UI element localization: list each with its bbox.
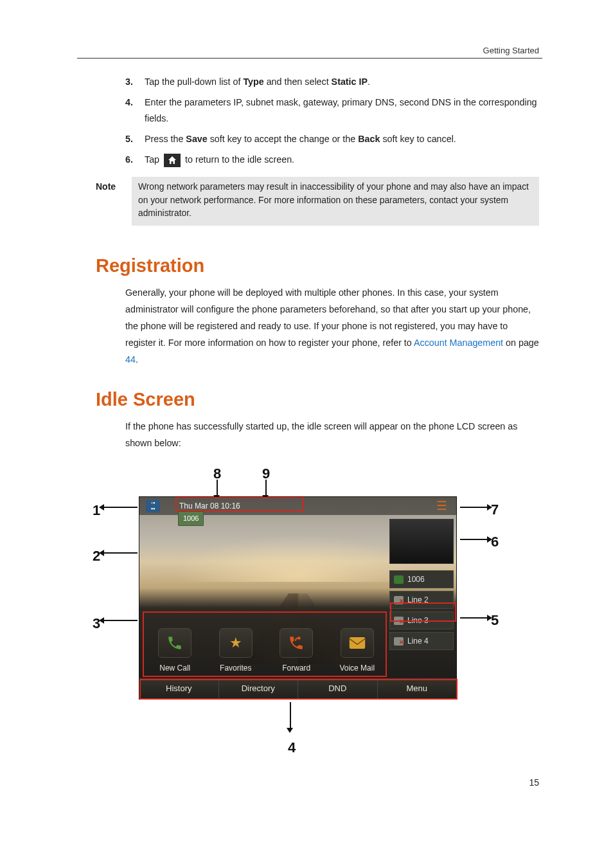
- arrow-head-left-icon: [99, 504, 104, 511]
- step-text: Tap the pull-down list of Type and then …: [145, 74, 539, 89]
- text: .: [368, 77, 370, 87]
- line-unregistered-icon: [394, 617, 404, 625]
- arrow-line: [460, 539, 487, 540]
- side-panel: 1006 Line 2 Line 3 Line 4: [389, 519, 454, 678]
- idle-screen-body: If the phone has successfully started up…: [125, 418, 539, 451]
- arrow-line: [104, 552, 138, 554]
- heading-registration: Registration: [96, 250, 204, 282]
- phone-illustration: 8 9 1 2 3 7 6 5 4 ◦▪▪▪ Thu Mar 08 10:16 …: [90, 462, 501, 757]
- step-5: 5. Press the Save soft key to accept the…: [125, 131, 539, 147]
- line-label: 1006: [407, 573, 425, 586]
- line-label: Line 4: [407, 635, 429, 647]
- keyword-type: Type: [243, 77, 263, 87]
- arrow-line: [265, 480, 267, 495]
- quick-forward[interactable]: Forward: [266, 610, 327, 674]
- text: soft key to accept the change or the: [208, 134, 358, 144]
- step-number: 6.: [125, 152, 142, 167]
- line-label: Line 3: [407, 614, 429, 627]
- arrow-line: [104, 620, 138, 621]
- side-thumbnail[interactable]: [389, 519, 454, 564]
- link-page-44[interactable]: 44: [125, 354, 136, 365]
- softkey-bar: History Directory DND Menu: [139, 678, 456, 699]
- line-unregistered-icon: [394, 637, 404, 646]
- note-text: Wrong network parameters may result in i…: [132, 177, 539, 226]
- step-text: Tap to return to the idle screen.: [145, 152, 539, 167]
- step-number: 3.: [125, 74, 142, 89]
- forward-icon: [280, 628, 313, 658]
- softkey-history[interactable]: History: [139, 679, 219, 699]
- keyword-save: Save: [186, 134, 207, 144]
- step-number: 4.: [125, 95, 142, 110]
- quick-new-call[interactable]: New Call: [145, 610, 206, 674]
- apps-icon: ◦▪▪▪: [151, 500, 155, 512]
- apps-button[interactable]: ◦▪▪▪: [146, 500, 160, 512]
- line-key-1[interactable]: 1006: [389, 570, 454, 588]
- quick-favorites[interactable]: ★ Favorites: [206, 610, 267, 674]
- home-icon: [164, 154, 181, 167]
- page-header-section: Getting Started: [483, 44, 539, 58]
- text: Tap the pull-down list of: [145, 77, 243, 87]
- keyword-static-ip: Static IP: [332, 77, 368, 87]
- star-icon: ★: [219, 628, 253, 658]
- quick-actions: New Call ★ Favorites Forward Voice Mail: [145, 610, 387, 674]
- arrow-line: [460, 617, 487, 619]
- softkey-dnd[interactable]: DND: [298, 679, 378, 699]
- active-line-pill[interactable]: 1006: [178, 511, 204, 526]
- svg-rect-0: [350, 637, 365, 649]
- line-key-3[interactable]: Line 3: [389, 611, 454, 629]
- line-label: Line 2: [407, 593, 429, 606]
- quick-label: Voice Mail: [339, 662, 375, 674]
- arrow-head-right-icon: [487, 504, 492, 511]
- text: Press the: [145, 134, 186, 144]
- keyword-back: Back: [358, 134, 380, 144]
- quick-label: Forward: [282, 662, 310, 674]
- quick-voicemail[interactable]: Voice Mail: [327, 610, 388, 674]
- header-rule: [77, 58, 542, 59]
- registration-body: Generally, your phone will be deployed w…: [125, 284, 539, 368]
- arrow-head-left-icon: [99, 617, 104, 624]
- arrow-head-right-icon: [487, 536, 492, 543]
- softkey-menu[interactable]: Menu: [378, 679, 457, 699]
- step-text: Enter the parameters IP, subnet mask, ga…: [145, 95, 539, 126]
- text: on page: [503, 338, 539, 348]
- arrow-head-down-icon: [287, 728, 293, 733]
- page-number: 15: [529, 775, 539, 791]
- arrow-line: [460, 507, 487, 508]
- step-4: 4. Enter the parameters IP, subnet mask,…: [125, 95, 539, 126]
- callout-4: 4: [285, 736, 298, 759]
- step-number: 5.: [125, 131, 142, 147]
- arrow-head-left-icon: [99, 550, 104, 556]
- quick-label: New Call: [159, 662, 190, 674]
- text: to return to the idle screen.: [185, 154, 294, 165]
- softkey-directory[interactable]: Directory: [219, 679, 299, 699]
- arrow-line: [290, 702, 291, 728]
- arrow-line: [104, 507, 138, 508]
- arrow-line: [217, 480, 218, 495]
- link-account-management[interactable]: Account Management: [414, 338, 503, 348]
- list-button[interactable]: ☰: [433, 499, 450, 513]
- line-unregistered-icon: [394, 596, 404, 604]
- line-registered-icon: [394, 575, 404, 584]
- step-3: 3. Tap the pull-down list of Type and th…: [125, 74, 539, 89]
- note-label: Note: [96, 177, 132, 226]
- text: soft key to cancel.: [380, 134, 456, 144]
- text: Tap: [145, 154, 162, 165]
- arrow-head-right-icon: [487, 615, 492, 621]
- envelope-icon: [341, 628, 374, 658]
- list-icon: ☰: [436, 499, 447, 512]
- text: .: [136, 354, 138, 365]
- phone-icon: [158, 628, 191, 658]
- line-key-2[interactable]: Line 2: [389, 591, 454, 609]
- step-text: Press the Save soft key to accept the ch…: [145, 131, 539, 147]
- heading-idle-screen: Idle Screen: [96, 384, 195, 415]
- phone-screen: ◦▪▪▪ Thu Mar 08 10:16 ☰ 1006 1006 Line 2…: [139, 496, 457, 700]
- line-key-4[interactable]: Line 4: [389, 632, 454, 650]
- quick-label: Favorites: [220, 662, 251, 674]
- text: and then select: [264, 77, 332, 87]
- note-block: Note Wrong network parameters may result…: [96, 177, 539, 226]
- instruction-list: 3. Tap the pull-down list of Type and th…: [125, 74, 539, 172]
- step-6: 6. Tap to return to the idle screen.: [125, 152, 539, 167]
